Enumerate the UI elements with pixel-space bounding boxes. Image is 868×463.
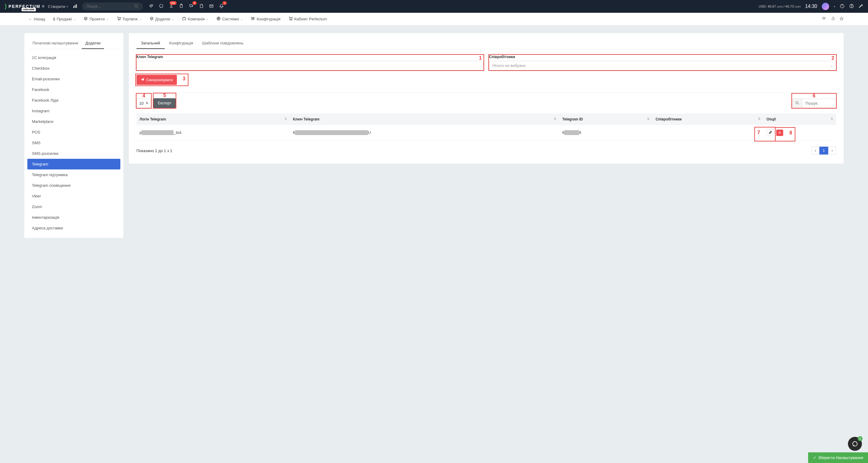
svg-point-21 — [253, 19, 253, 20]
sync-button[interactable]: Синхронізувати — [136, 75, 177, 85]
sidebar-item-sms-розсилки[interactable]: SMS-розсилки — [24, 148, 123, 159]
col-options[interactable]: Опції⇅ — [764, 113, 836, 125]
menu-sales[interactable]: $ Продажі ⌄ — [49, 17, 80, 21]
annotation-8: 8 — [789, 130, 792, 136]
clipboard-icon[interactable] — [179, 4, 184, 9]
menu-company[interactable]: Компанія ⌄ — [178, 17, 212, 22]
download-icon[interactable]: 282 — [169, 4, 174, 9]
export-button[interactable]: Експорт — [153, 98, 175, 108]
sidebar-item-instagram[interactable]: Instagram — [24, 106, 123, 116]
sort-icon: ⇅ — [284, 117, 287, 120]
page-size-select[interactable]: 10 ⇅ — [136, 98, 151, 108]
dollar-icon: $ — [53, 17, 55, 21]
arrow-left-icon: ← — [28, 17, 32, 21]
staff-group: Співробітники Нічого не вибрано ⌄ 2 — [489, 55, 836, 70]
annotation-6: 6 — [813, 93, 815, 98]
staff-select[interactable]: Нічого не вибрано ⌄ — [489, 61, 836, 70]
cell-options: 7 ✕ 8 — [764, 125, 836, 141]
sidebar-item-telegram-сповіщення[interactable]: Telegram сповіщення — [24, 180, 123, 191]
layers-icon — [84, 17, 88, 22]
power-icon[interactable] — [840, 4, 845, 9]
tab-general[interactable]: Загальний — [136, 38, 165, 49]
user-menu-chevron[interactable]: ▾ — [834, 5, 835, 8]
sidebar-item-viber[interactable]: Viber — [24, 191, 123, 201]
col-staff[interactable]: Співробітники⇅ — [653, 113, 764, 125]
annotation-4: 4 — [143, 93, 145, 98]
sort-icon: ⇅ — [554, 117, 556, 120]
bell-icon[interactable]: 1 — [219, 4, 224, 9]
pagination: ‹ 1 › — [811, 147, 836, 154]
menu-back[interactable]: ← Назад — [24, 17, 49, 21]
sort-icon: ⇅ — [146, 102, 148, 105]
col-key[interactable]: Ключ Telegram⇅ — [290, 113, 559, 125]
header-search[interactable] — [82, 2, 143, 10]
sidebar-tab-addons[interactable]: Додатки — [82, 38, 104, 49]
sidebar-item-facebook[interactable]: Facebook — [24, 84, 123, 95]
svg-point-12 — [851, 7, 852, 7]
svg-point-3 — [135, 5, 137, 7]
menu-trade[interactable]: Торгівля ⌄ — [113, 17, 146, 22]
table-search-input[interactable] — [802, 99, 836, 108]
page-next[interactable]: › — [828, 147, 836, 154]
user-avatar[interactable] — [822, 3, 829, 10]
star-icon[interactable] — [839, 17, 844, 22]
menu-system[interactable]: Системні ⌄ — [212, 17, 247, 22]
menu-cabinet[interactable]: Кабінет Perfectum — [284, 17, 331, 22]
sidebar-item-1с-інтеграція[interactable]: 1С інтеграція — [24, 52, 123, 63]
header-search-input[interactable] — [87, 4, 134, 8]
col-login[interactable]: Логін Telegram⇅ — [136, 113, 290, 125]
delete-button[interactable]: ✕ — [776, 129, 783, 136]
page-prev[interactable]: ‹ — [811, 147, 819, 154]
sidebar-item-telegram-підтримка[interactable]: Telegram підтримка — [24, 169, 123, 180]
thumbs-up-icon[interactable] — [831, 17, 835, 22]
sidebar-item-zoom[interactable]: Zoom — [24, 201, 123, 212]
content-panel: Загальний Конфігурація Шаблони повідомле… — [129, 33, 844, 164]
svg-rect-15 — [183, 18, 186, 20]
cube-icon — [150, 17, 154, 22]
sidebar-item-checkbox[interactable]: Checkbox — [24, 63, 123, 74]
edit-button[interactable] — [767, 129, 774, 136]
telegram-key-input[interactable] — [136, 61, 484, 70]
settings-sidebar: Початкові налаштування Додатки 1С інтегр… — [24, 33, 123, 238]
sidebar-item-sms[interactable]: SMS — [24, 138, 123, 148]
file-icon[interactable] — [199, 4, 204, 9]
sidebar-tab-initial[interactable]: Початкові налаштування — [29, 38, 82, 49]
top-header: ⟩ PERFECTUM ® CRM+ERP Створити ▾ 282 — [0, 0, 868, 13]
tab-config[interactable]: Конфігурація — [165, 38, 198, 49]
cell-key: 6U — [290, 125, 559, 141]
chart-icon[interactable] — [73, 4, 78, 9]
search-icon — [792, 99, 802, 108]
form-row: Ключ Telegram 1 Співробітники Нічого не … — [136, 55, 836, 70]
table-controls: 10 ⇅ 4 Експорт 5 — [136, 98, 836, 108]
create-dropdown[interactable]: Створити ▾ — [48, 4, 68, 9]
help-icon[interactable] — [849, 4, 854, 9]
sidebar-item-telegram[interactable]: Telegram — [27, 159, 120, 169]
header-right: USD: 40.67 UAH / 40.73 UAH 14:30 ▾ — [758, 3, 863, 10]
comment-icon[interactable] — [159, 4, 163, 9]
table-search — [792, 98, 836, 108]
sidebar-item-інвентаризація[interactable]: Інвентаризація — [24, 212, 123, 223]
tab-templates[interactable]: Шаблони повідомлень — [197, 38, 248, 49]
sidebar-item-email-розсилки[interactable]: Email-розсилки — [24, 74, 123, 84]
cart-icon — [117, 17, 121, 22]
page-1[interactable]: 1 — [819, 147, 828, 154]
content-tabs: Загальний Конфігурація Шаблони повідомле… — [136, 38, 836, 49]
logo-badge: CRM+ERP — [22, 8, 36, 11]
menu-config[interactable]: Конфігурація — [247, 17, 284, 22]
sidebar-item-marketplace[interactable]: Marketplace — [24, 116, 123, 127]
wrench-icon[interactable] — [859, 4, 863, 9]
sidebar-item-адреса-доставки[interactable]: Адреса доставки — [24, 223, 123, 233]
stack-icon[interactable] — [822, 17, 826, 22]
sidebar-tabs: Початкові налаштування Додатки — [29, 38, 119, 49]
chevron-down-icon: ⌄ — [240, 17, 243, 21]
svg-point-24 — [291, 20, 292, 20]
messages-icon[interactable]: 5 — [189, 4, 194, 9]
sidebar-item-pos[interactable]: POS — [24, 127, 123, 138]
cart-icon — [288, 17, 293, 22]
volume-icon[interactable] — [149, 4, 153, 9]
mail-icon[interactable] — [209, 4, 214, 9]
menu-addons[interactable]: Додатки ⌄ — [146, 17, 178, 22]
sidebar-item-facebook-ліди[interactable]: Facebook Ліди — [24, 95, 123, 106]
col-id[interactable]: Telegram ID⇅ — [559, 113, 653, 125]
menu-projects[interactable]: Проекти ⌄ — [80, 17, 113, 22]
